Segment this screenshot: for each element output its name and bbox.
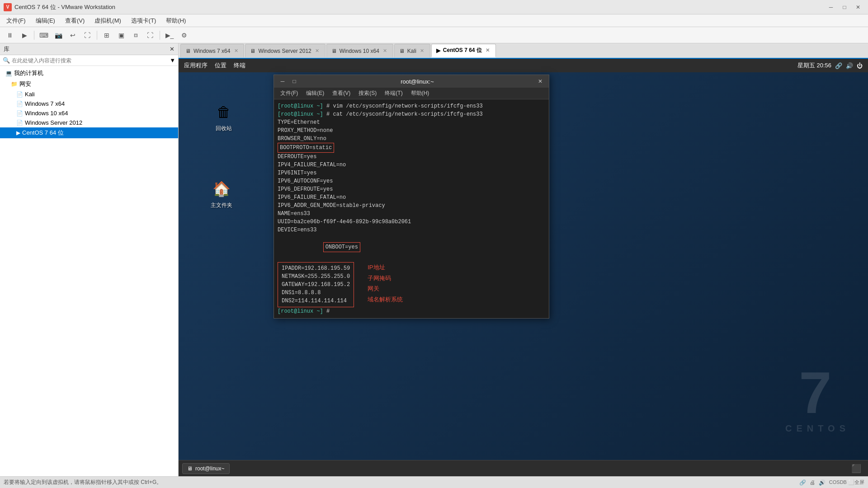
- stretch-button[interactable]: ⛶: [144, 29, 156, 41]
- tree-icon-5: 📄: [16, 120, 23, 126]
- terminal-menu: 文件(F) 编辑(E) 查看(V) 搜索(S) 终端(T) 帮助(H): [274, 88, 549, 99]
- sidebar-tree-item-5[interactable]: 📄Windows Server 2012: [0, 118, 178, 127]
- terminal-menu-file[interactable]: 文件(F): [277, 88, 302, 99]
- tree-icon-3: 📄: [16, 101, 23, 107]
- terminal-menu-terminal[interactable]: 终端(T): [381, 88, 406, 99]
- taskbar-window-button[interactable]: ⬛: [848, 460, 864, 477]
- tab-close-3[interactable]: ✕: [419, 48, 425, 54]
- terminal-close-button[interactable]: ✕: [535, 77, 545, 86]
- power-icon[interactable]: ⏻: [857, 62, 863, 69]
- term-output-6: IPV6INIT=yes: [278, 169, 545, 177]
- sidebar-tree-item-6[interactable]: ▶CentOS 7 64 位: [0, 127, 178, 138]
- menu-item-1[interactable]: 编辑(E): [31, 15, 60, 27]
- term-gateway: GATEWAY=192.168.195.2: [282, 281, 350, 289]
- vm-tab-3[interactable]: 🖥Kali✕: [394, 44, 430, 57]
- tree-label-6: CentOS 7 64 位: [22, 129, 64, 137]
- menu-item-5[interactable]: 帮助(H): [161, 15, 190, 27]
- terminal-content[interactable]: [root@linux ~] # vim /etc/sysconfig/netw…: [274, 99, 549, 318]
- vm-tab-2[interactable]: 🖥Windows 10 x64✕: [326, 44, 393, 57]
- vm-desktop[interactable]: 应用程序位置终端 星期五 20:56 🔗 🔊 ⏻ 🗑 回收站 🏠 主文件夹: [179, 59, 868, 476]
- term-onboot: ONBOOT=yes: [278, 234, 545, 260]
- sidebar-close-icon[interactable]: ✕: [170, 46, 175, 52]
- vm-tab-1[interactable]: 🖥Windows Server 2012✕: [245, 44, 325, 57]
- terminal-maximize-button[interactable]: □: [289, 77, 299, 86]
- revert-button[interactable]: ↩: [66, 29, 79, 41]
- menu-item-3[interactable]: 虚拟机(M): [90, 15, 126, 27]
- centos-topbar: 应用程序位置终端 星期五 20:56 🔗 🔊 ⏻: [179, 59, 868, 72]
- terminal-menu-search[interactable]: 搜索(S): [355, 88, 380, 99]
- sidebar-tree-item-3[interactable]: 📄Windows 7 x64: [0, 99, 178, 108]
- play-button[interactable]: ▶: [18, 29, 31, 41]
- console-button[interactable]: ▶_: [163, 29, 176, 41]
- send-ctrl-alt-del-button[interactable]: ⌨: [38, 29, 50, 41]
- bottom-bar: 若要将输入定向到该虚拟机，请将鼠标指针移入其中或按 Ctrl+G。 🔗 🖨 🔊 …: [0, 476, 868, 488]
- settings-button[interactable]: ⚙: [178, 29, 190, 41]
- main-layout: 库 ✕ 🔍 ▼ 💻我的计算机📁网安📄Kali📄Windows 7 x64📄Win…: [0, 43, 868, 476]
- vm-tab-4[interactable]: ▶CentOS 7 64 位✕: [431, 44, 496, 57]
- term-output-8: IPV6_DEFROUTE=yes: [278, 185, 545, 193]
- terminal-titlebar: ─ □ root@linux:~ ✕: [274, 75, 549, 88]
- close-button[interactable]: ✕: [852, 2, 864, 12]
- snapshot-button[interactable]: 📷: [52, 29, 65, 41]
- grid-button[interactable]: ⊞: [100, 29, 113, 41]
- recycle-bin-img: 🗑: [213, 101, 235, 123]
- menu-item-2[interactable]: 查看(V): [61, 15, 89, 27]
- taskbar-terminal-label: root@linux~: [195, 465, 225, 472]
- home-folder-img: 🏠: [211, 178, 232, 200]
- vm-tab-0[interactable]: 🖥Windows 7 x64✕: [180, 44, 244, 57]
- tab-close-2[interactable]: ✕: [382, 48, 388, 54]
- centos-top-right: 星期五 20:56 🔗 🔊 ⏻: [797, 61, 863, 70]
- tree-label-4: Windows 10 x64: [25, 110, 68, 117]
- centos-menu-2[interactable]: 终端: [234, 61, 245, 70]
- bottom-right-icons: 🔗 🖨 🔊 COSDB ⬜全屏: [799, 479, 864, 486]
- sidebar-tree-item-4[interactable]: 📄Windows 10 x64: [0, 108, 178, 118]
- sidebar-title: 库: [4, 45, 9, 53]
- taskbar-terminal-item[interactable]: 🖥 root@linux~: [182, 463, 230, 474]
- term-output-2: PROXY_METHOD=none: [278, 127, 545, 135]
- sidebar-tree-item-0[interactable]: 💻我的计算机: [0, 68, 178, 79]
- term-cmd-1: # vim /etc/sysconfig/network-scripts/ifc…: [323, 103, 483, 109]
- pause-button[interactable]: ⏸: [4, 29, 16, 41]
- terminal-menu-edit[interactable]: 编辑(E): [302, 88, 328, 99]
- tab-close-0[interactable]: ✕: [233, 48, 239, 54]
- search-dropdown-icon[interactable]: ▼: [170, 57, 175, 64]
- sidebar-tree: 💻我的计算机📁网安📄Kali📄Windows 7 x64📄Windows 10 …: [0, 66, 178, 476]
- centos-menu-1[interactable]: 位置: [215, 61, 226, 70]
- tree-label-1: 网安: [19, 80, 31, 88]
- tab-close-1[interactable]: ✕: [314, 48, 321, 54]
- desktop-content[interactable]: 🗑 回收站 🏠 主文件夹 7 CENTOS ─: [179, 72, 868, 460]
- sidebar-tree-item-1[interactable]: 📁网安: [0, 79, 178, 89]
- term-output-13: DEVICE=ens33: [278, 226, 545, 234]
- term-output-4: DEFROUTE=yes: [278, 153, 545, 161]
- centos-top-menu: 应用程序位置终端: [184, 61, 245, 70]
- single-view-button[interactable]: ▣: [115, 29, 127, 41]
- menu-item-0[interactable]: 文件(F): [2, 15, 30, 27]
- sidebar-tree-item-2[interactable]: 📄Kali: [0, 89, 178, 99]
- menu-item-4[interactable]: 选项卡(T): [127, 15, 161, 27]
- recycle-bin-icon[interactable]: 🗑 回收站: [206, 99, 242, 134]
- tab-close-4[interactable]: ✕: [485, 47, 491, 54]
- recycle-bin-label: 回收站: [216, 125, 232, 132]
- maximize-button[interactable]: □: [838, 2, 851, 12]
- term-prompt-2: [root@linux ~]: [278, 111, 323, 117]
- term-prompt-1: [root@linux ~]: [278, 103, 323, 109]
- terminal-win-btns: ✕: [535, 77, 545, 86]
- centos-number: 7: [785, 363, 850, 422]
- fit-button[interactable]: ⧈: [129, 29, 142, 41]
- terminal-title: root@linux:~: [299, 78, 535, 85]
- search-input[interactable]: [12, 57, 168, 64]
- terminal-menu-help[interactable]: 帮助(H): [407, 88, 433, 99]
- centos-menu-0[interactable]: 应用程序: [184, 61, 208, 70]
- tab-label-3: Kali: [407, 48, 416, 54]
- tab-icon-3: 🖥: [399, 48, 405, 54]
- terminal-minimize-button[interactable]: ─: [278, 77, 288, 86]
- minimize-button[interactable]: ─: [825, 2, 837, 12]
- tree-label-2: Kali: [25, 91, 35, 98]
- tree-icon-6: ▶: [16, 130, 20, 136]
- tab-icon-1: 🖥: [250, 48, 255, 54]
- home-folder-icon[interactable]: 🏠 主文件夹: [203, 176, 240, 211]
- terminal-menu-view[interactable]: 查看(V): [329, 88, 354, 99]
- term-output-11: NAME=ens33: [278, 210, 545, 218]
- onboot-highlight: ONBOOT=yes: [323, 242, 360, 252]
- fullscreen-button[interactable]: ⛶: [81, 29, 94, 41]
